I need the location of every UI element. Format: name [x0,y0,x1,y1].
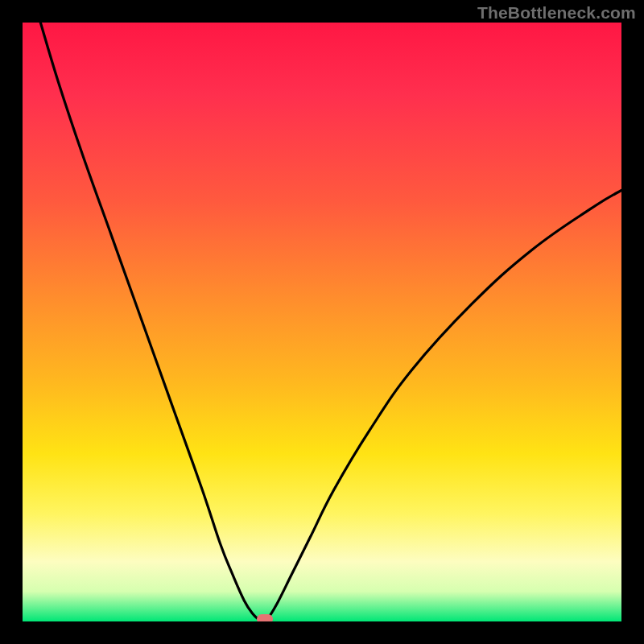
minimum-marker [257,614,273,621]
watermark-text: TheBottleneck.com [477,3,636,23]
chart-frame: TheBottleneck.com [0,0,644,644]
plot-area [23,23,621,621]
bottleneck-curve [23,23,621,621]
